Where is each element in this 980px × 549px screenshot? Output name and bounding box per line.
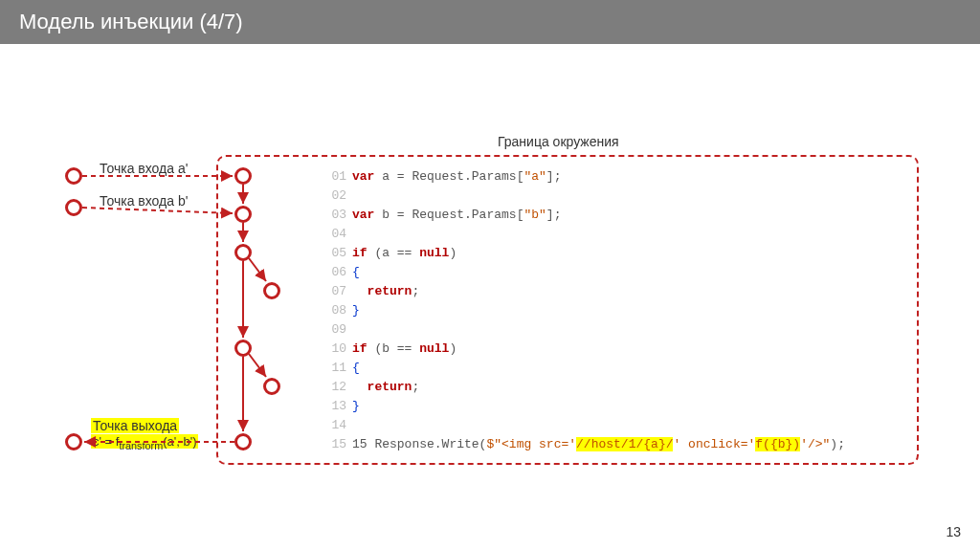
code-line-11: 11{ bbox=[325, 359, 845, 378]
code-line-05: 05if (a == null) bbox=[325, 244, 845, 263]
exit-label-title: Точка выхода bbox=[91, 418, 179, 433]
code-line-13: 13} bbox=[325, 397, 845, 416]
code-line-09: 09 bbox=[325, 320, 845, 340]
src-node-a bbox=[65, 167, 82, 185]
code-line-01: 01var a = Request.Params["a"]; bbox=[325, 167, 845, 187]
flow-node-4b bbox=[263, 378, 280, 395]
code-line-07: 07 return; bbox=[325, 282, 845, 301]
code-line-06: 06{ bbox=[325, 263, 845, 282]
flow-node-4 bbox=[234, 340, 252, 357]
code-line-10: 10if (b == null) bbox=[325, 340, 845, 359]
boundary-label: Граница окружения bbox=[498, 134, 619, 149]
slide-header: Модель инъекции (4/7) bbox=[0, 0, 980, 44]
exit-label-formula: c' = ftransform(a', b') bbox=[91, 434, 198, 449]
code-block: 01var a = Request.Params["a"]; 02 03var … bbox=[325, 167, 845, 454]
flow-node-3 bbox=[234, 244, 252, 261]
code-line-15: 1515 Response.Write($"<img src='//host/1… bbox=[325, 435, 845, 454]
slide-number: 13 bbox=[946, 524, 961, 539]
dest-node-c bbox=[65, 433, 82, 450]
code-line-04: 04 bbox=[325, 225, 845, 244]
flow-node-3b bbox=[263, 282, 280, 299]
code-line-14: 14 bbox=[325, 416, 845, 435]
entry-label-b: Точка входа b' bbox=[100, 193, 188, 209]
src-node-b bbox=[65, 199, 82, 216]
flow-node-5 bbox=[234, 433, 252, 450]
flow-node-2 bbox=[234, 206, 252, 223]
code-line-08: 08} bbox=[325, 301, 845, 320]
flow-node-1 bbox=[234, 167, 252, 185]
code-line-12: 12 return; bbox=[325, 378, 845, 397]
exit-label: Точка выхода c' = ftransform(a', b') bbox=[91, 418, 198, 451]
code-line-03: 03var b = Request.Params["b"]; bbox=[325, 206, 845, 225]
slide-title: Модель инъекции (4/7) bbox=[19, 10, 243, 33]
code-line-02: 02 bbox=[325, 187, 845, 206]
entry-label-a: Точка входа a' bbox=[100, 161, 188, 176]
